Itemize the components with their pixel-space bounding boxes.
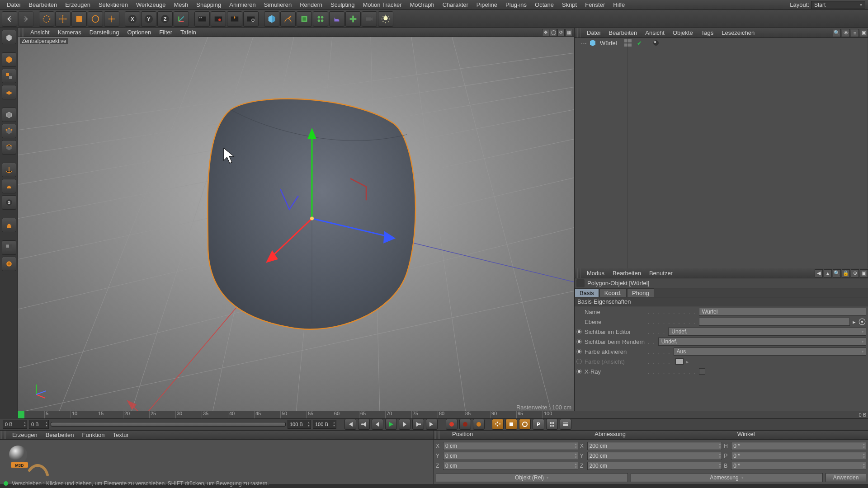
layer-target-icon[interactable] xyxy=(858,318,866,326)
attr-color-expand-icon[interactable]: ▸ xyxy=(684,358,691,365)
size-x-field[interactable]: 200 cm▲▼ xyxy=(587,442,722,450)
menu-mograph[interactable]: MoGraph xyxy=(406,1,439,8)
rot-b-field[interactable]: 0 °▲▼ xyxy=(731,462,866,470)
generator-button[interactable] xyxy=(297,11,312,27)
locked-workplane-button[interactable] xyxy=(2,218,16,232)
mat-menu-funktion[interactable]: Funktion xyxy=(78,432,109,438)
live-select-button[interactable] xyxy=(39,11,54,27)
coord-mode-object-select[interactable]: Objekt (Rel) xyxy=(436,473,628,482)
timeline-ruler[interactable]: 0510152025303540455055606570758085909510… xyxy=(18,411,868,419)
am-up-icon[interactable]: ▲ xyxy=(824,269,832,277)
grip-icon[interactable] xyxy=(0,431,6,439)
deformer-button[interactable] xyxy=(329,11,344,27)
attr-color-swatch[interactable] xyxy=(675,358,684,365)
rotate-tool-button[interactable] xyxy=(88,11,103,27)
view-nav-zoom-icon[interactable]: ◯ xyxy=(550,29,557,36)
mat-menu-textur[interactable]: Textur xyxy=(108,432,132,438)
point-mode-button[interactable] xyxy=(2,124,16,138)
menu-erzeugen[interactable]: Erzeugen xyxy=(61,1,94,8)
menu-charakter[interactable]: Charakter xyxy=(439,1,472,8)
menu-rendern[interactable]: Rendern xyxy=(296,1,326,8)
timeline-start-frame-field[interactable]: 0 B▲▼ xyxy=(3,420,27,429)
grip-icon[interactable] xyxy=(18,28,24,37)
menu-octane[interactable]: Octane xyxy=(531,1,558,8)
attr-radio-icon[interactable] xyxy=(576,349,582,354)
go-start-button[interactable] xyxy=(344,419,356,430)
mat-menu-erzeugen[interactable]: Erzeugen xyxy=(8,432,42,438)
workplane-mode-button[interactable] xyxy=(2,85,16,99)
am-back-icon[interactable]: ◀ xyxy=(815,269,823,277)
mat-menu-bearbeiten[interactable]: Bearbeiten xyxy=(42,432,78,438)
grip-icon[interactable] xyxy=(575,28,581,38)
coord-mode-size-select[interactable]: Abmessung xyxy=(631,473,823,482)
timeline-range-slider[interactable] xyxy=(51,422,286,427)
object-mode-button[interactable] xyxy=(2,108,16,122)
go-prev-key-button[interactable] xyxy=(358,419,370,430)
attr-radio-icon[interactable] xyxy=(576,339,582,344)
scale-tool-button[interactable] xyxy=(71,11,87,27)
view-menu-kameras[interactable]: Kameras xyxy=(54,29,85,36)
om-menu-tags[interactable]: Tags xyxy=(697,29,717,36)
view-menu-filter[interactable]: Filter xyxy=(155,29,176,36)
om-menu-datei[interactable]: Datei xyxy=(583,29,604,36)
light-button[interactable] xyxy=(378,11,393,27)
om-menu-lesezeichen[interactable]: Lesezeichen xyxy=(717,29,759,36)
grip-icon[interactable] xyxy=(575,268,581,278)
menu-datei[interactable]: Datei xyxy=(3,1,24,8)
menu-motion-tracker[interactable]: Motion Tracker xyxy=(359,1,406,8)
tab-koord[interactable]: Koord. xyxy=(599,288,627,297)
am-menu-benutzer[interactable]: Benutzer xyxy=(645,270,677,277)
tree-row-wuerfel[interactable]: ⋯ Würfel ✔ xyxy=(575,38,868,48)
render-view-button[interactable] xyxy=(194,11,210,27)
menu-simulieren[interactable]: Simulieren xyxy=(260,1,296,8)
render-settings-button[interactable] xyxy=(243,11,259,27)
texture-mode-button[interactable] xyxy=(2,69,16,83)
keyframe-sel-button[interactable] xyxy=(473,419,485,430)
axis-mod-button[interactable] xyxy=(2,163,16,177)
prev-frame-button[interactable] xyxy=(372,419,383,430)
redo-button[interactable] xyxy=(18,11,33,27)
play-button[interactable] xyxy=(385,419,397,430)
x-axis-lock-button[interactable]: X xyxy=(125,11,140,27)
viewport-solo-button[interactable] xyxy=(2,240,16,255)
attr-visrender-field[interactable]: Undef. xyxy=(658,338,866,346)
menu-animieren[interactable]: Animieren xyxy=(225,1,260,8)
am-new-icon[interactable]: ⊕ xyxy=(851,269,859,277)
attr-layer-field[interactable] xyxy=(699,318,850,326)
menu-werkzeuge[interactable]: Werkzeuge xyxy=(132,1,170,8)
attr-colorenable-field[interactable]: Aus xyxy=(674,347,866,356)
3d-viewport[interactable]: Zentralperspektive Rasterweite : 100 cm xyxy=(18,37,574,413)
viewport-canvas[interactable] xyxy=(18,37,574,413)
menu-mesh[interactable]: Mesh xyxy=(170,1,192,8)
edge-mode-button[interactable] xyxy=(2,140,16,155)
timeline-preview-start-field[interactable]: 0 B▲▼ xyxy=(29,420,49,429)
add-primitive-button[interactable] xyxy=(264,11,279,27)
menu-bearbeiten[interactable]: Bearbeiten xyxy=(24,1,61,8)
size-z-field[interactable]: 200 cm▲▼ xyxy=(587,462,722,470)
isoline-button[interactable] xyxy=(2,257,16,271)
record-key-button[interactable] xyxy=(446,419,458,430)
rot-h-field[interactable]: 0 °▲▼ xyxy=(731,442,866,450)
render-toggle[interactable]: ✔ xyxy=(636,39,643,47)
go-next-key-button[interactable] xyxy=(412,419,424,430)
view-menu-ansicht[interactable]: Ansicht xyxy=(26,29,54,36)
tab-phong[interactable]: Phong xyxy=(627,288,654,297)
menu-snapping[interactable]: Snapping xyxy=(192,1,225,8)
attr-viseditor-field[interactable]: Undef. xyxy=(668,328,866,336)
key-param-button[interactable]: P xyxy=(533,419,544,430)
picture-viewer-button[interactable] xyxy=(227,11,242,27)
am-search-icon[interactable]: 🔍 xyxy=(833,269,841,277)
pos-x-field[interactable]: 0 cm▲▼ xyxy=(443,442,578,450)
menu-sculpting[interactable]: Sculpting xyxy=(326,1,359,8)
attr-radio-icon[interactable] xyxy=(576,369,582,374)
menu-pipeline[interactable]: Pipeline xyxy=(472,1,501,8)
model-mode-button[interactable] xyxy=(2,52,16,67)
autokey-button[interactable] xyxy=(459,419,471,430)
z-axis-lock-button[interactable]: Z xyxy=(157,11,173,27)
expand-icon[interactable]: ⋯ xyxy=(580,39,587,47)
key-scale-button[interactable] xyxy=(505,419,517,430)
am-menu-modus[interactable]: Modus xyxy=(583,270,609,277)
menu-selektieren[interactable]: Selektieren xyxy=(94,1,132,8)
am-lock-icon[interactable]: 🔒 xyxy=(842,269,850,277)
pos-z-field[interactable]: 0 cm▲▼ xyxy=(443,462,578,470)
